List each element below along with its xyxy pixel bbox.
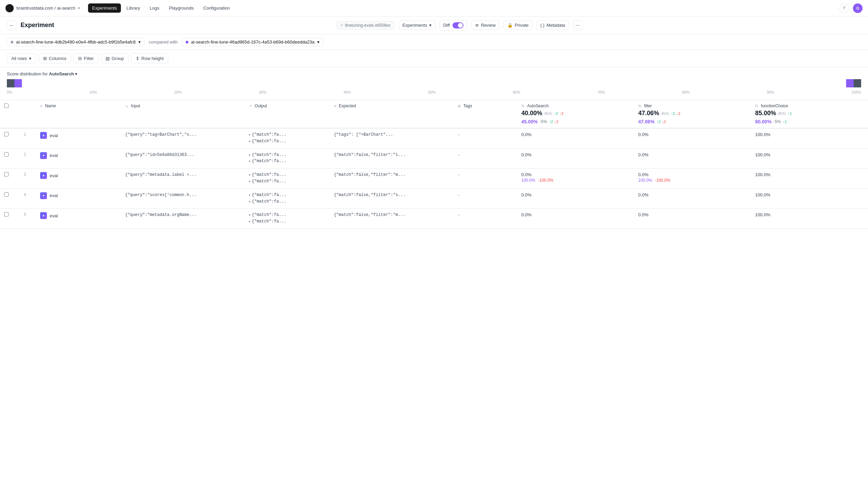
experiments-dropdown[interactable]: Experiments ▾ [399,21,435,30]
row-filter-cell: 0.0% 100.0% -100.0% [634,169,751,189]
functionchoice-avg-badges: ↑1 [788,111,792,116]
tags-dash: – [458,172,460,177]
tags-col-icon: ⊕ [458,104,461,108]
nav-item-logs[interactable]: Logs [146,3,163,13]
input-text: {"query":"metadata.label =... [125,172,240,178]
row-checkbox-cell [0,209,20,229]
output-bullet-1: • {"match":fa... [249,132,325,138]
filter-score-row: 0.0% [638,132,747,137]
row-expected-cell: {"match":false,"filter":"s... [330,189,454,209]
row-functionchoice-cell: 100.0% [751,209,868,229]
autosearch-compare-score: 100.0% [521,178,535,183]
row-checkbox[interactable] [4,212,9,217]
dist-seg-gray-right [854,79,861,87]
row-filter-cell: 0.0% [634,128,751,148]
scale-10: 10% [89,90,97,94]
brand-chevron-icon: ▾ [78,6,80,10]
chevron-down-icon: ▾ [429,23,432,28]
brand-area[interactable]: braintrustdata.com / ai-search ▾ [5,4,80,12]
data-table-wrapper: ≡ Name ↘ Input ↗ Output [0,100,868,229]
tags-dash: – [458,192,460,197]
review-button[interactable]: ≋ Review [471,21,499,30]
group-button[interactable]: ▤ Group [101,53,128,63]
review-icon: ≋ [475,23,479,28]
row-checkbox[interactable] [4,132,9,136]
back-button[interactable]: ← [7,21,16,30]
th-input[interactable]: ↘ Input [121,100,245,128]
output-text-2: {"match":fa... [252,179,286,184]
row-checkbox[interactable] [4,172,9,177]
th-tags[interactable]: ⊕ Tags [454,100,517,128]
diff-toggle-switch[interactable] [452,22,463,28]
row-tags-cell: – [454,128,517,148]
row-height-button[interactable]: ⇕ Row height [131,53,168,63]
th-functionchoice[interactable]: % functionChoice 85.00% AVG ↑1 90.00% -5… [751,100,868,128]
filter-compare-diff: -100.0% [655,178,670,183]
functionchoice-compare-row: 90.00% -5% ↑1 [755,119,864,124]
filter-up-badge: ↑2 [671,111,675,116]
brand-logo [5,4,14,12]
score-dist-label: Score distribution for AutoSearch ▾ [7,71,861,76]
row-functionchoice-cell: 100.0% [751,189,868,209]
scale-100: 100% [852,90,861,94]
row-checkbox[interactable] [4,192,9,197]
experiment-2-chip[interactable]: ai-search-fine-tune-46ad965d-167c-4a53-b… [182,38,324,46]
input-text: {"query":"metadata.orgName... [125,212,240,218]
name-col-icon: ≡ [40,104,42,108]
output-text-2: {"match":fa... [252,199,286,205]
functionchoice-score: 100.0% [755,212,770,217]
experiment-1-chip[interactable]: ai-search-fine-tune-4db2b490-e0e4-4fbb-a… [7,38,145,46]
score-dist-chevron-icon[interactable]: ▾ [75,71,77,76]
nav-item-configuration[interactable]: Configuration [199,3,234,13]
th-name[interactable]: ≡ Name [36,100,121,128]
row-number: 3 [20,169,36,189]
row-name-cell: ✦ eval [36,169,121,189]
private-button[interactable]: 🔒 Private [504,21,532,30]
filter-score: 0.0% [638,152,648,157]
row-tags-cell: – [454,209,517,229]
columns-icon: ⊞ [43,56,47,61]
expected-col-icon: ≡ [334,104,336,108]
row-output-cell: • {"match":fa... • {"match":fa... [245,169,330,189]
functionchoice-score: 100.0% [755,132,770,137]
filter-compare-badges: ↑2 ↓2 [657,120,666,124]
nav-item-experiments[interactable]: Experiments [88,3,121,13]
filter-score-row: 0.0% [638,192,747,197]
th-output[interactable]: ↗ Output [245,100,330,128]
output-text-1: {"match":fa... [252,132,286,138]
row-output-cell: • {"match":fa... • {"match":fa... [245,189,330,209]
th-expected[interactable]: ≡ Expected [330,100,454,128]
autosearch-compare-row: 45.00% -5% ↑2 ↓3 [521,119,630,124]
metadata-button[interactable]: { } Metadata [536,21,569,30]
bullet-dot-2: • [249,199,250,204]
eval-label: eval [50,173,58,178]
diff-toggle[interactable]: Diff [439,20,467,31]
nav-item-playgrounds[interactable]: Playgrounds [165,3,198,13]
functionchoice-score-row: 100.0% [755,132,864,137]
filter-button[interactable]: ⊟ Filter [74,53,98,63]
expected-text: {"match":false,"filter":"s... [334,192,449,198]
eval-icon: ✦ [40,132,47,139]
row-checkbox[interactable] [4,152,9,157]
more-button[interactable]: ⋯ [573,21,583,30]
row-tags-cell: – [454,169,517,189]
sub-header: ← Experiment ⑂ finetuning-evals e6508ec … [0,16,868,34]
th-autosearch[interactable]: % AutoSearch 40.00% AVG ↑2 ↓3 45.00% -5% [517,100,634,128]
help-button[interactable]: ? [839,3,849,13]
columns-button[interactable]: ⊞ Columns [39,53,71,63]
scale-60: 60% [513,90,520,94]
select-all-checkbox[interactable] [4,104,9,108]
filter-avg-badges: ↑2 ↓2 [671,111,680,116]
autosearch-down-badge: ↓3 [559,111,563,116]
git-icon: ⑂ [340,23,343,28]
output-bullet-1: • {"match":fa... [249,212,325,218]
th-filter[interactable]: % filter 47.06% AVG ↑2 ↓2 47.06% [634,100,751,128]
avatar[interactable]: G [853,3,863,13]
nav-item-library[interactable]: Library [122,3,144,13]
functionchoice-compare-badges: ↑1 [783,120,787,124]
all-rows-button[interactable]: All rows ▾ [7,53,36,63]
dist-seg-purple-left [14,79,22,87]
table-row: 3 ✦ eval {"query":"metadata.label =... •… [0,169,868,189]
row-input-cell: {"query":"tag=BarChart","s... [121,128,245,148]
autosearch-compare-up: ↑2 [549,120,553,124]
